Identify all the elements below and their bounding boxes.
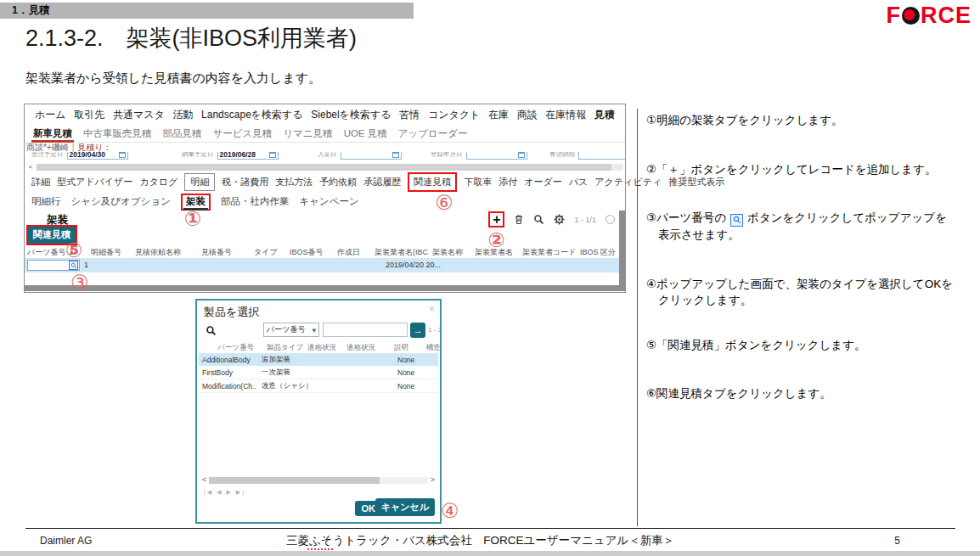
popup-horizontal-scrollbar[interactable]: < >: [202, 476, 435, 484]
tab-line-rows[interactable]: 明細行: [31, 195, 61, 208]
nav-tab-siebel-search[interactable]: Siebelを検索する: [311, 108, 391, 122]
nav-tab-contacts[interactable]: コンタクト: [428, 108, 480, 122]
scrollbar-track[interactable]: [209, 477, 427, 484]
tab-tax-fees[interactable]: 税・諸費用: [222, 176, 268, 188]
tab-model-advisor[interactable]: 型式アドバイザー: [57, 176, 132, 188]
nav-tab-activities[interactable]: 活動: [172, 108, 193, 122]
close-icon[interactable]: ×: [429, 303, 435, 315]
popup-search-button[interactable]: [206, 324, 217, 340]
subnav-reman-quote[interactable]: リマニ見積: [283, 127, 332, 140]
scroll-left-arrow-icon[interactable]: <: [26, 164, 35, 171]
tab-reservation-request[interactable]: 予約依頼: [319, 176, 357, 188]
calendar-icon[interactable]: [269, 152, 276, 158]
row-created-date: 2019/04/20 20...: [386, 261, 441, 269]
scroll-left-arrow-icon[interactable]: <: [202, 476, 206, 484]
nav-tab-complaints[interactable]: 苦情: [399, 108, 420, 122]
tab-chassis-options[interactable]: シャシ及びオプション: [71, 195, 171, 208]
nav-tab-home[interactable]: ホーム: [35, 108, 66, 122]
nav-tab-inventory[interactable]: 在庫: [488, 108, 509, 122]
logo-letters-rce: RCE: [921, 4, 972, 27]
col-type[interactable]: タイプ: [254, 247, 290, 258]
tab-line-items[interactable]: 明細: [184, 173, 215, 191]
related-quote-button[interactable]: 関連見積 ⑤: [26, 225, 77, 245]
popup-row-additional-body[interactable]: AdditionalBody 追加架装 None: [199, 353, 438, 366]
subnav-used-car-quote[interactable]: 中古車販売見積: [83, 127, 152, 140]
tab-activities[interactable]: アクティビティ: [594, 176, 662, 188]
col-eligibility-1[interactable]: 適格状況: [307, 343, 346, 353]
col-product-type[interactable]: 製品タイプ: [262, 343, 307, 353]
calendar-icon[interactable]: [518, 152, 525, 158]
text-input[interactable]: [578, 152, 625, 160]
date-input[interactable]: 2019/04/30: [67, 152, 128, 160]
tab-body-mounting[interactable]: 架装 ①: [181, 194, 211, 211]
tab-catalog[interactable]: カタログ: [139, 176, 177, 188]
record-nav-icon[interactable]: [605, 215, 615, 224]
col-structure-type[interactable]: 構造タ: [426, 343, 442, 353]
subnav-service-quote[interactable]: サービス見積: [213, 127, 273, 140]
applet-horizontal-scrollbar[interactable]: [25, 285, 625, 291]
nav-tab-opportunities[interactable]: 商談: [517, 108, 538, 122]
search-value-input[interactable]: [323, 323, 408, 337]
popup-row-first-body[interactable]: FirstBody 一次架装 None: [199, 366, 438, 379]
col-eligibility-2[interactable]: 適格状況: [346, 343, 394, 353]
col-part-number[interactable]: パーツ番号: [202, 343, 262, 353]
search-field-select[interactable]: パーツ番号 ▾: [263, 323, 319, 337]
tab-campaign[interactable]: キャンペーン: [299, 195, 358, 208]
scrollbar-thumb[interactable]: [37, 164, 611, 171]
date-input[interactable]: 2019/06/28: [217, 152, 279, 160]
calendar-icon[interactable]: [119, 152, 126, 158]
tab-parts-internal-work[interactable]: 部品・社内作業: [221, 195, 290, 208]
subnav-parts-quote[interactable]: 部品見積: [163, 127, 202, 140]
step-line-1: ③パーツ番号のボタンをクリックしてポップアップを: [646, 211, 979, 227]
add-record-button[interactable]: + ②: [488, 211, 504, 227]
col-description[interactable]: 説明: [394, 343, 426, 353]
scrollbar-thumb[interactable]: [209, 477, 380, 484]
col-builder-code[interactable]: 架装業者コード: [522, 247, 580, 258]
col-body-name[interactable]: 架装名称: [432, 247, 475, 258]
col-line-number[interactable]: 明細番号: [91, 247, 135, 258]
breadcrumb-separator: |: [72, 143, 75, 152]
date-input[interactable]: [466, 152, 527, 160]
tab-body-mounting-label: 架装: [186, 196, 206, 206]
table-row[interactable]: ③ 1 2019/04/20 20...: [25, 258, 625, 272]
tab-related-quotes[interactable]: 関連見積 ⑥: [408, 172, 457, 192]
record-pager-icons[interactable]: |◀ ◀ ▶ ▶|: [204, 489, 245, 496]
step-line-2: 表示させます。: [658, 228, 979, 243]
query-button[interactable]: [533, 214, 544, 225]
col-builder-name-ibos[interactable]: 架装業者名(IBC: [375, 247, 432, 258]
nav-tab-common-master[interactable]: 共通マスタ: [113, 108, 165, 122]
scroll-right-arrow-icon[interactable]: >: [431, 476, 435, 484]
scrollbar-track[interactable]: [37, 164, 623, 171]
horizontal-scrollbar[interactable]: <: [25, 163, 625, 171]
step-line-1: ④ポップアップした画面で、架装のタイプを選択してOKを: [646, 278, 979, 292]
col-created-date[interactable]: 作成日: [337, 247, 375, 258]
tab-trade-in[interactable]: 下取車: [464, 176, 492, 188]
applet-vertical-scrollbar[interactable]: [619, 211, 625, 287]
tab-orders[interactable]: オーダー: [524, 176, 562, 188]
tab-approval-history[interactable]: 承認履歴: [363, 176, 401, 188]
tab-payment-method[interactable]: 支払方法: [275, 176, 313, 188]
col-ibos-number[interactable]: IBOS番号: [290, 247, 337, 258]
col-ibos-category[interactable]: IBOS 区分: [580, 247, 617, 258]
tab-detail[interactable]: 詳細: [31, 176, 50, 188]
tab-attachments[interactable]: 添付: [498, 176, 517, 188]
subnav-uoe-quote[interactable]: UOE 見積: [344, 127, 387, 140]
subnav-new-car-quote[interactable]: 新車見積: [33, 127, 72, 140]
date-input[interactable]: [341, 152, 402, 160]
nav-tab-accounts[interactable]: 取引先: [74, 108, 104, 122]
settings-button[interactable]: [554, 214, 565, 225]
popup-row-modification[interactable]: Modification(Ch.. 改造（シャシ） None: [199, 379, 438, 393]
tab-recommended-model[interactable]: 推奨型式表示: [668, 176, 724, 188]
subnav-uploader[interactable]: アップローダー: [398, 127, 468, 140]
nav-tab-landscape-search[interactable]: Landscapeを検索する: [201, 108, 303, 122]
tab-path[interactable]: パス: [569, 176, 589, 188]
nav-tab-quotes[interactable]: 見積: [594, 108, 615, 122]
step-number: ⑤: [646, 339, 656, 351]
col-quote-request-name[interactable]: 見積依頼名称: [135, 247, 201, 258]
go-search-button[interactable]: →: [410, 323, 425, 338]
delete-record-button[interactable]: [514, 214, 524, 225]
col-quote-number[interactable]: 見積番号: [201, 247, 254, 258]
calendar-icon[interactable]: [392, 152, 399, 158]
nav-tab-inventory-info[interactable]: 在庫情報: [545, 108, 586, 122]
cancel-button[interactable]: キャンセル: [375, 498, 435, 516]
